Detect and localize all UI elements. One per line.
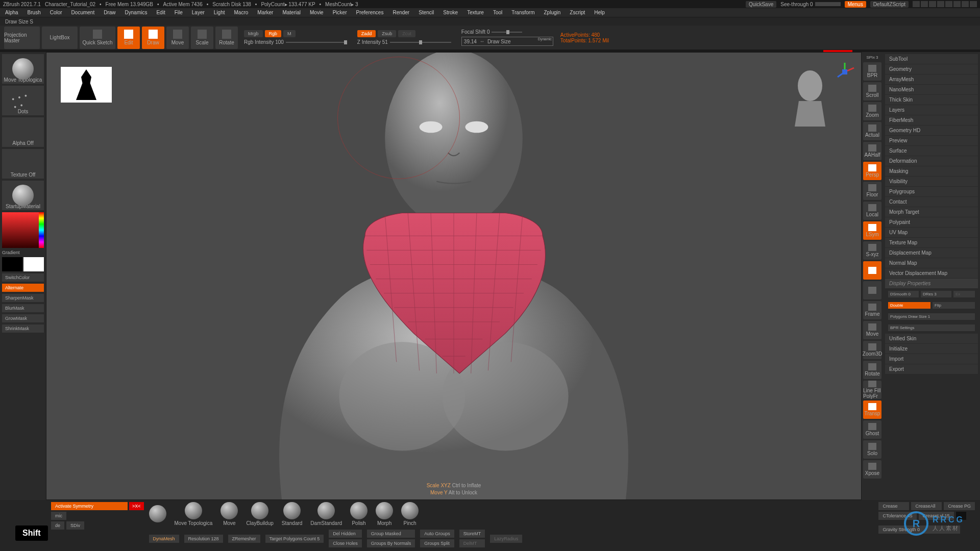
group-masked-button[interactable]: Group Masked [367,530,415,538]
menu-color[interactable]: Color [50,10,62,15]
menu-material[interactable]: Material [282,10,301,15]
section-polygroups[interactable]: Polygroups [885,187,978,196]
section-geometry-hd[interactable]: Geometry HD [885,126,978,135]
projection-master-button[interactable]: Projection Master [4,27,40,49]
dynamic-toggle[interactable]: mic [51,512,66,520]
right-tool-move[interactable]: Move [863,321,881,339]
section-unified-skin[interactable]: Unified Skin [885,334,978,343]
edit-button[interactable]: Edit [117,27,140,49]
brush-move-topologica[interactable]: Move Topologica [175,502,213,526]
right-tool-btn10[interactable] [863,261,881,280]
draw-size-input[interactable]: 39.14↔Draw Size Dynamic [461,37,553,46]
menubar[interactable]: AlphaBrushColorDocumentDrawDynamicsEditF… [0,8,980,17]
lightbox-button[interactable]: LightBox [42,27,78,49]
menu-edit[interactable]: Edit [156,10,165,15]
right-tool-actual[interactable]: Actual [863,122,881,140]
focal-shift-slider[interactable]: Focal Shift 0 [461,29,553,35]
delmt-button[interactable]: DelMT [459,539,485,547]
mrgb-chip[interactable]: Mrgb [244,30,263,37]
menu-preferences[interactable]: Preferences [356,10,383,15]
menu-brush[interactable]: Brush [28,10,41,15]
menu-picker[interactable]: Picker [333,10,347,15]
menu-stencil[interactable]: Stencil [419,10,434,15]
menu-layer[interactable]: Layer [192,10,205,15]
menu-zplugin[interactable]: Zplugin [544,10,561,15]
right-tool-persp[interactable]: Persp [863,162,881,180]
default-zscript[interactable]: DefaultZScript [870,1,909,8]
right-tool-bpr[interactable]: BPR [863,62,881,81]
sharpenmask-button[interactable]: SharpenMask [2,294,44,302]
menu-alpha[interactable]: Alpha [5,10,18,15]
menu-macro[interactable]: Macro [234,10,249,15]
alpha-thumbnail[interactable]: Alpha Off [2,117,44,147]
zsub-chip[interactable]: Zsub [378,30,396,37]
brush-item[interactable] [149,505,166,523]
right-tool-s-xyz[interactable]: S-xyz [863,241,881,260]
section-preview[interactable]: Preview [885,136,978,145]
section-layers[interactable]: Layers [885,105,978,115]
close-holes-button[interactable]: Close Holes [329,539,362,547]
brush-damstandard[interactable]: DamStandard [310,502,342,526]
flip-button[interactable]: Flip [933,302,975,309]
right-tool-zoom3d[interactable]: Zoom3D [863,341,881,359]
menu-light[interactable]: Light [214,10,225,15]
right-tool-zoom[interactable]: Zoom [863,102,881,120]
del-hidden-button[interactable]: Del Hidden [329,530,362,538]
zcut-chip[interactable]: Zcut [398,30,415,37]
menu-draw[interactable]: Draw [104,10,115,15]
growmask-button[interactable]: GrowMask [2,314,44,322]
dsmooth-field[interactable]: DSmooth 0 [888,291,919,297]
groups-normals-button[interactable]: Groups By Normals [367,539,415,547]
menu-texture[interactable]: Texture [467,10,484,15]
double-button[interactable]: Double [888,302,930,309]
stroke-thumbnail[interactable]: Dots [2,86,44,115]
seethrough-slider[interactable]: See-through 0 [780,2,840,7]
alternate-button[interactable]: Alternate [2,284,44,292]
bpr-settings[interactable]: BPR Settings [888,324,975,331]
switchcolor-button[interactable]: SwitchColor [2,273,44,282]
material-thumbnail[interactable]: StartupMaterial [2,181,44,210]
right-tool-local[interactable]: Local [863,202,881,220]
section-import[interactable]: Import [885,354,978,364]
section-texture-map[interactable]: Texture Map [885,238,978,247]
symmetry-x-button[interactable]: >X< [129,502,144,510]
section-subtool[interactable]: SubTool [885,54,978,64]
zadd-chip[interactable]: Zadd [357,30,376,37]
brush-pinch[interactable]: Pinch [401,502,419,526]
brush-thumbnail[interactable]: Move Topologica [2,54,44,84]
right-tool-lsym[interactable]: LSym [863,221,881,240]
right-tool-aahalf[interactable]: AAHalf [863,142,881,160]
menu-stroke[interactable]: Stroke [443,10,458,15]
lazyradius-toggle[interactable]: LazyRadius [490,535,522,543]
m-chip[interactable]: M [283,30,296,37]
crease-button[interactable]: Crease [878,502,909,510]
section-morph-target[interactable]: Morph Target [885,207,978,217]
target-polygons-slider[interactable]: Target Polygons Count 5 [265,535,324,543]
axis-widget[interactable] [835,62,855,82]
quicksave-button[interactable]: QuickSave [746,1,776,8]
crease-all-button[interactable]: CreaseAll [911,502,942,510]
ex-field[interactable]: Ex [953,291,975,297]
menu-transform[interactable]: Transform [511,10,534,15]
right-tool-floor[interactable]: Floor [863,182,881,200]
brush-standard[interactable]: Standard [282,502,303,526]
right-tool-scroll[interactable]: Scroll [863,82,881,101]
menus-button[interactable]: Menus [845,1,866,8]
menu-document[interactable]: Document [71,10,95,15]
menu-help[interactable]: Help [594,10,605,15]
section-initialize[interactable]: Initialize [885,344,978,354]
section-thick-skin[interactable]: Thick Skin [885,95,978,105]
scale-button[interactable]: Scale [191,27,213,49]
z-intensity-slider[interactable]: Z Intensity 51 [357,39,451,45]
right-tool-solo[interactable]: Solo [863,440,881,459]
section-displacement-map[interactable]: Displacement Map [885,248,978,258]
section-visibility[interactable]: Visibility [885,177,978,186]
crease-pg-button[interactable]: Crease PG [944,502,975,510]
shrinkmask-button[interactable]: ShrinkMask [2,324,44,333]
reference-thumbnail[interactable] [61,67,112,103]
right-tool-xpose[interactable]: Xpose [863,460,881,479]
section-polypaint[interactable]: Polypaint [885,217,978,227]
menu-tool[interactable]: Tool [493,10,502,15]
rgb-intensity-slider[interactable]: Rgb Intensity 100 [244,39,347,45]
section-vector-displacement-map[interactable]: Vector Displacement Map [885,268,978,278]
